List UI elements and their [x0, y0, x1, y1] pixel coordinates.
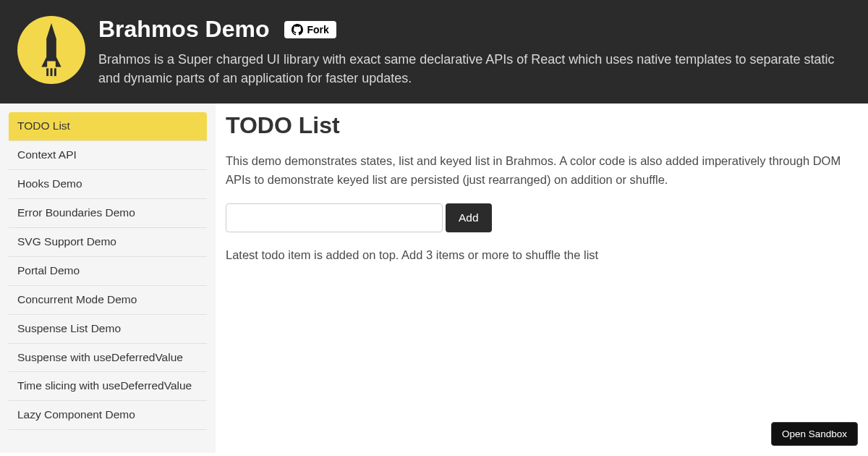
todo-input-row: Add	[226, 203, 846, 232]
app-header: Brahmos Demo Fork Brahmos is a Super cha…	[0, 0, 868, 104]
app-description: Brahmos is a Super charged UI library wi…	[98, 50, 851, 88]
sidebar-item-9[interactable]: Time slicing with useDeferredValue	[9, 372, 207, 401]
fork-button[interactable]: Fork	[284, 21, 336, 38]
rocket-icon	[30, 22, 73, 78]
page-description: This demo demonstrates states, list and …	[226, 152, 846, 189]
svg-rect-0	[46, 68, 48, 76]
sidebar-item-7[interactable]: Suspense List Demo	[9, 315, 207, 344]
header-text-block: Brahmos Demo Fork Brahmos is a Super cha…	[98, 16, 851, 88]
content-area: TODO ListContext APIHooks DemoError Boun…	[0, 104, 868, 453]
todo-input[interactable]	[226, 203, 443, 232]
sidebar-item-4[interactable]: SVG Support Demo	[9, 228, 207, 257]
sidebar-item-6[interactable]: Concurrent Mode Demo	[9, 286, 207, 315]
sidebar-item-2[interactable]: Hooks Demo	[9, 170, 207, 199]
sidebar-item-0[interactable]: TODO List	[9, 112, 207, 141]
fork-label: Fork	[307, 24, 329, 35]
sidebar-item-3[interactable]: Error Boundaries Demo	[9, 199, 207, 228]
svg-rect-2	[54, 68, 56, 76]
add-button[interactable]: Add	[446, 203, 492, 232]
sidebar-item-5[interactable]: Portal Demo	[9, 257, 207, 286]
page-title: TODO List	[226, 112, 846, 139]
svg-rect-1	[51, 68, 53, 76]
open-sandbox-button[interactable]: Open Sandbox	[771, 422, 858, 446]
sidebar-item-1[interactable]: Context API	[9, 141, 207, 170]
github-icon	[292, 24, 303, 35]
sidebar-item-10[interactable]: Lazy Component Demo	[9, 401, 207, 430]
brahmos-logo	[17, 16, 85, 84]
main-content: TODO List This demo demonstrates states,…	[216, 104, 868, 453]
app-title: Brahmos Demo	[98, 16, 270, 43]
hint-text: Latest todo item is added on top. Add 3 …	[226, 248, 846, 262]
sidebar: TODO ListContext APIHooks DemoError Boun…	[0, 104, 216, 453]
sidebar-item-8[interactable]: Suspense with useDeferredValue	[9, 344, 207, 373]
header-title-row: Brahmos Demo Fork	[98, 16, 851, 43]
